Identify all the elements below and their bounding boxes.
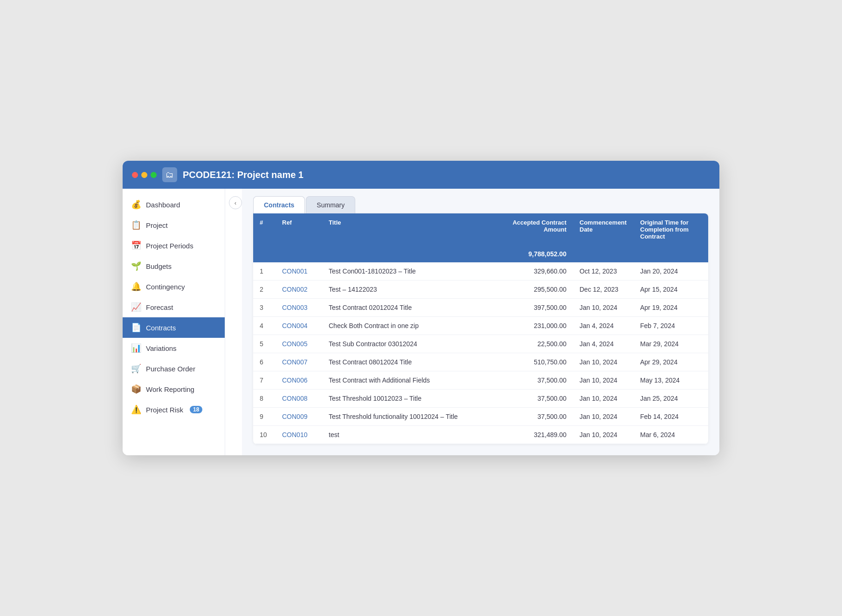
contract-ref-link[interactable]: CON001 bbox=[282, 267, 307, 275]
table-row: 2CON002Test – 14122023295,500.00Dec 12, … bbox=[253, 281, 708, 299]
variations-icon: 📊 bbox=[131, 343, 141, 353]
cell-title: Test Con001-18102023 – Title bbox=[322, 262, 503, 281]
sidebar-item-label-contracts: Contracts bbox=[146, 324, 176, 332]
cell-num: 6 bbox=[253, 353, 276, 371]
contract-ref-link[interactable]: CON002 bbox=[282, 286, 307, 293]
col-header-commencement: Commencement Date bbox=[573, 213, 634, 246]
totals-num bbox=[253, 246, 276, 262]
sidebar-item-label-forecast: Forecast bbox=[146, 303, 173, 311]
sidebar-item-label-budgets: Budgets bbox=[146, 262, 172, 270]
forecast-icon: 📈 bbox=[131, 302, 141, 312]
sidebar-item-contingency[interactable]: 🔔Contingency bbox=[123, 276, 225, 297]
table-row: 8CON008Test Threshold 10012023 – Title37… bbox=[253, 390, 708, 408]
contract-ref-link[interactable]: CON009 bbox=[282, 413, 307, 420]
table-totals-row: 9,788,052.00 bbox=[253, 246, 708, 262]
cell-original-time: Mar 29, 2024 bbox=[634, 335, 708, 353]
cell-commencement: Jan 10, 2024 bbox=[573, 390, 634, 408]
tab-contracts[interactable]: Contracts bbox=[253, 196, 305, 213]
app-icon: 🗂 bbox=[162, 167, 177, 182]
table-row: 5CON005Test Sub Contractor 0301202422,50… bbox=[253, 335, 708, 353]
tabs-area: ContractsSummary bbox=[242, 189, 719, 213]
cell-num: 9 bbox=[253, 408, 276, 426]
cell-ref: CON002 bbox=[276, 281, 322, 299]
cell-ref: CON005 bbox=[276, 335, 322, 353]
sidebar-item-variations[interactable]: 📊Variations bbox=[123, 338, 225, 358]
contract-ref-link[interactable]: CON005 bbox=[282, 340, 307, 348]
col-header-ref: Ref bbox=[276, 213, 322, 246]
table-row: 4CON004Check Both Contract in one zip231… bbox=[253, 317, 708, 335]
table-header-row: # Ref Title Accepted Contract Amount Com… bbox=[253, 213, 708, 246]
table-row: 9CON009Test Threshold functionality 1001… bbox=[253, 408, 708, 426]
contracts-table: # Ref Title Accepted Contract Amount Com… bbox=[253, 213, 708, 444]
tab-summary[interactable]: Summary bbox=[306, 196, 355, 213]
sidebar-item-forecast[interactable]: 📈Forecast bbox=[123, 297, 225, 317]
sidebar-item-contracts[interactable]: 📄Contracts bbox=[123, 317, 225, 338]
table-row: 6CON007Test Contract 08012024 Title510,7… bbox=[253, 353, 708, 371]
cell-commencement: Jan 10, 2024 bbox=[573, 299, 634, 317]
main-content: ContractsSummary # Ref Title Accepted Co… bbox=[242, 189, 719, 455]
contract-ref-link[interactable]: CON003 bbox=[282, 304, 307, 311]
cell-title: Test Contract 02012024 Title bbox=[322, 299, 503, 317]
cell-commencement: Jan 4, 2024 bbox=[573, 317, 634, 335]
totals-original-time bbox=[634, 246, 708, 262]
cell-title: Test Contract with Additional Fields bbox=[322, 371, 503, 390]
cell-ref: CON009 bbox=[276, 408, 322, 426]
close-button[interactable] bbox=[132, 172, 138, 178]
sidebar-item-work-reporting[interactable]: 📦Work Reporting bbox=[123, 379, 225, 399]
project-icon: 📋 bbox=[131, 220, 141, 230]
cell-title: Check Both Contract in one zip bbox=[322, 317, 503, 335]
cell-ref: CON004 bbox=[276, 317, 322, 335]
cell-amount: 37,500.00 bbox=[503, 408, 573, 426]
totals-amount: 9,788,052.00 bbox=[503, 246, 573, 262]
contract-ref-link[interactable]: CON008 bbox=[282, 395, 307, 402]
cell-amount: 329,660.00 bbox=[503, 262, 573, 281]
sidebar-item-project-periods[interactable]: 📅Project Periods bbox=[123, 235, 225, 256]
cell-title: test bbox=[322, 426, 503, 444]
contract-ref-link[interactable]: CON010 bbox=[282, 431, 307, 438]
cell-ref: CON010 bbox=[276, 426, 322, 444]
minimize-button[interactable] bbox=[141, 172, 147, 178]
project-risk-icon: ⚠️ bbox=[131, 404, 141, 415]
contract-ref-link[interactable]: CON007 bbox=[282, 358, 307, 366]
sidebar-item-label-project-periods: Project Periods bbox=[146, 242, 193, 250]
cell-num: 5 bbox=[253, 335, 276, 353]
app-window: 🗂 PCODE121: Project name 1 💰Dashboard📋Pr… bbox=[123, 161, 719, 455]
cell-amount: 321,489.00 bbox=[503, 426, 573, 444]
cell-title: Test – 14122023 bbox=[322, 281, 503, 299]
sidebar-item-purchase-order[interactable]: 🛒Purchase Order bbox=[123, 358, 225, 379]
cell-original-time: Feb 14, 2024 bbox=[634, 408, 708, 426]
sidebar-item-project[interactable]: 📋Project bbox=[123, 215, 225, 235]
sidebar-item-label-dashboard: Dashboard bbox=[146, 201, 180, 209]
contracts-icon: 📄 bbox=[131, 322, 141, 333]
cell-original-time: May 13, 2024 bbox=[634, 371, 708, 390]
work-reporting-icon: 📦 bbox=[131, 384, 141, 394]
cell-commencement: Jan 10, 2024 bbox=[573, 408, 634, 426]
cell-original-time: Jan 20, 2024 bbox=[634, 262, 708, 281]
collapse-sidebar-button[interactable]: ‹ bbox=[229, 196, 242, 209]
app-body: 💰Dashboard📋Project📅Project Periods🌱Budge… bbox=[123, 189, 719, 455]
contract-ref-link[interactable]: CON006 bbox=[282, 376, 307, 384]
maximize-button[interactable] bbox=[151, 172, 157, 178]
table-row: 7CON006Test Contract with Additional Fie… bbox=[253, 371, 708, 390]
cell-original-time: Feb 7, 2024 bbox=[634, 317, 708, 335]
contract-ref-link[interactable]: CON004 bbox=[282, 322, 307, 329]
project-periods-icon: 📅 bbox=[131, 240, 141, 251]
sidebar: 💰Dashboard📋Project📅Project Periods🌱Budge… bbox=[123, 189, 225, 455]
collapse-area: ‹ bbox=[225, 189, 242, 455]
cell-original-time: Apr 19, 2024 bbox=[634, 299, 708, 317]
traffic-lights bbox=[132, 172, 157, 178]
cell-num: 7 bbox=[253, 371, 276, 390]
sidebar-item-budgets[interactable]: 🌱Budgets bbox=[123, 256, 225, 276]
cell-num: 1 bbox=[253, 262, 276, 281]
cell-amount: 22,500.00 bbox=[503, 335, 573, 353]
cell-commencement: Jan 4, 2024 bbox=[573, 335, 634, 353]
sidebar-item-project-risk[interactable]: ⚠️Project Risk18 bbox=[123, 399, 225, 420]
cell-amount: 397,500.00 bbox=[503, 299, 573, 317]
cell-num: 2 bbox=[253, 281, 276, 299]
sidebar-item-dashboard[interactable]: 💰Dashboard bbox=[123, 194, 225, 215]
contingency-icon: 🔔 bbox=[131, 281, 141, 292]
table-row: 1CON001Test Con001-18102023 – Title329,6… bbox=[253, 262, 708, 281]
cell-ref: CON003 bbox=[276, 299, 322, 317]
sidebar-item-label-contingency: Contingency bbox=[146, 283, 185, 291]
table-body: 1CON001Test Con001-18102023 – Title329,6… bbox=[253, 262, 708, 444]
